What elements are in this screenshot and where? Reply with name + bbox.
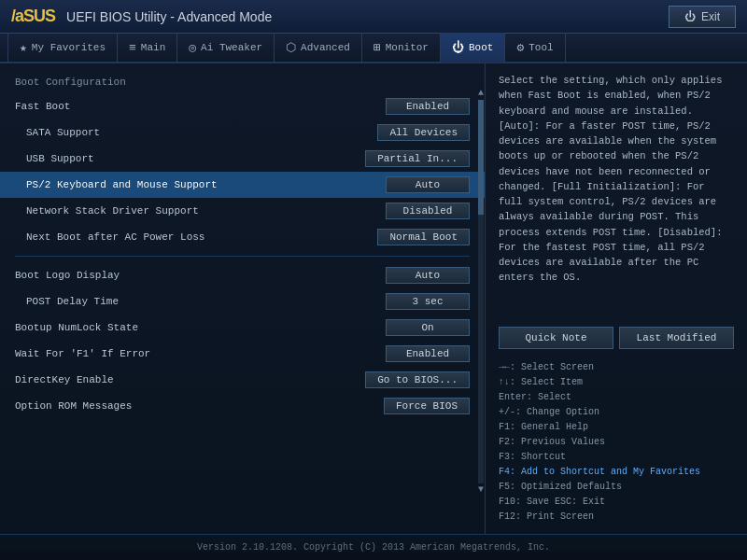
config-row-boot-logo[interactable]: Boot Logo DisplayAuto xyxy=(0,262,485,288)
row-label-fast-boot: Fast Boot xyxy=(15,101,386,112)
row-label-option-rom: Option ROM Messages xyxy=(15,400,384,412)
scroll-up-arrow[interactable]: ▲ xyxy=(478,89,484,98)
section-label: Boot Configuration xyxy=(0,73,485,93)
header: /aSUS UEFI BIOS Utility - Advanced Mode … xyxy=(0,0,747,34)
shortcut-text: F4: Add to Shortcut and My Favorites xyxy=(499,467,700,477)
nav-item-main[interactable]: ≡Main xyxy=(118,33,177,63)
config-row-option-rom[interactable]: Option ROM MessagesForce BIOS xyxy=(0,393,485,419)
row-btn-sata-support[interactable]: All Devices xyxy=(377,124,470,141)
row-btn-wait-f1[interactable]: Enabled xyxy=(386,345,470,362)
divider-5 xyxy=(15,256,470,257)
shortcut-text: F2: Previous Values xyxy=(499,435,734,450)
row-btn-network-stack[interactable]: Disabled xyxy=(386,203,470,219)
row-btn-usb-support[interactable]: Partial In... xyxy=(365,150,470,167)
nav-icon-advanced: ⬡ xyxy=(286,40,296,55)
description-box: Select the setting, which only applies w… xyxy=(499,73,734,315)
main-content: Boot Configuration Fast BootEnabledSATA … xyxy=(0,63,747,534)
row-btn-directkey[interactable]: Go to BIOS... xyxy=(365,371,470,388)
nav-item-my-favorites[interactable]: ★My Favorites xyxy=(7,33,118,63)
row-label-boot-logo: Boot Logo Display xyxy=(15,270,386,281)
nav-label-my-favorites: My Favorites xyxy=(32,42,106,53)
config-row-fast-boot[interactable]: Fast BootEnabled xyxy=(0,93,485,119)
config-row-wait-f1[interactable]: Wait For 'F1' If ErrorEnabled xyxy=(0,341,485,367)
footer: Version 2.10.1208. Copyright (C) 2013 Am… xyxy=(0,534,747,560)
exit-button[interactable]: ⏻ Exit xyxy=(669,6,736,28)
nav-label-monitor: Monitor xyxy=(386,42,429,53)
shortcut-text: F5: Optimized Defaults xyxy=(499,480,734,495)
row-label-directkey: DirectKey Enable xyxy=(15,374,365,385)
nav-icon-ai-tweaker: ◎ xyxy=(189,40,196,55)
config-row-post-delay[interactable]: POST Delay Time3 sec xyxy=(0,288,485,315)
row-label-numlock: Bootup NumLock State xyxy=(15,322,386,333)
nav-item-advanced[interactable]: ⬡Advanced xyxy=(275,33,362,63)
last-modified-button[interactable]: Last Modified xyxy=(619,327,734,349)
row-label-post-delay: POST Delay Time xyxy=(26,296,386,307)
row-btn-next-boot[interactable]: Normal Boot xyxy=(377,229,470,245)
row-label-network-stack: Network Stack Driver Support xyxy=(26,205,386,217)
row-label-sata-support: SATA Support xyxy=(26,127,377,138)
nav-label-tool: Tool xyxy=(529,42,553,53)
nav-icon-boot: ⏻ xyxy=(452,41,464,55)
row-btn-fast-boot[interactable]: Enabled xyxy=(386,98,470,115)
shortcut-text: Enter: Select xyxy=(499,390,734,405)
shortcut-text: F10: Save ESC: Exit xyxy=(499,495,734,510)
shortcut-text: F1: General Help xyxy=(499,420,734,435)
quick-note-button[interactable]: Quick Note xyxy=(499,327,613,349)
config-row-network-stack[interactable]: Network Stack Driver SupportDisabled xyxy=(0,198,485,224)
scroll-indicator[interactable]: ▲ ▼ xyxy=(477,89,485,495)
row-btn-option-rom[interactable]: Force BIOS xyxy=(384,398,470,414)
navbar: ★My Favorites≡Main◎Ai Tweaker⬡Advanced⊞M… xyxy=(0,34,747,63)
nav-label-main: Main xyxy=(141,42,165,53)
nav-item-monitor[interactable]: ⊞Monitor xyxy=(362,33,441,63)
nav-icon-tool: ⚙ xyxy=(516,40,524,55)
nav-label-advanced: Advanced xyxy=(301,42,350,53)
power-icon: ⏻ xyxy=(684,10,696,23)
scroll-track xyxy=(478,100,484,483)
row-btn-boot-logo[interactable]: Auto xyxy=(386,267,470,284)
row-btn-post-delay[interactable]: 3 sec xyxy=(386,293,470,310)
left-panel: Boot Configuration Fast BootEnabledSATA … xyxy=(0,63,486,534)
config-row-directkey[interactable]: DirectKey EnableGo to BIOS... xyxy=(0,367,485,393)
keyboard-shortcuts: →←: Select Screen↑↓: Select ItemEnter: S… xyxy=(499,360,734,525)
nav-icon-my-favorites: ★ xyxy=(20,40,27,55)
nav-icon-monitor: ⊞ xyxy=(374,40,381,55)
nav-item-tool[interactable]: ⚙Tool xyxy=(505,33,565,63)
scroll-thumb xyxy=(478,100,484,215)
scroll-down-arrow[interactable]: ▼ xyxy=(478,485,484,495)
nav-icon-main: ≡ xyxy=(129,41,136,55)
nav-label-ai-tweaker: Ai Tweaker xyxy=(201,42,262,53)
row-label-usb-support: USB Support xyxy=(26,153,365,164)
nav-item-ai-tweaker[interactable]: ◎Ai Tweaker xyxy=(177,33,275,63)
shortcut-text: +/-: Change Option xyxy=(499,405,734,420)
shortcut-text: F12: Print Screen xyxy=(499,510,734,525)
row-label-next-boot: Next Boot after AC Power Loss xyxy=(26,231,377,243)
footer-text: Version 2.10.1208. Copyright (C) 2013 Am… xyxy=(197,542,550,553)
config-row-next-boot[interactable]: Next Boot after AC Power LossNormal Boot xyxy=(0,224,485,250)
config-rows: Fast BootEnabledSATA SupportAll DevicesU… xyxy=(0,93,485,419)
action-buttons: Quick NoteLast Modified xyxy=(499,327,734,349)
config-row-numlock[interactable]: Bootup NumLock StateOn xyxy=(0,315,485,341)
header-title: UEFI BIOS Utility - Advanced Mode xyxy=(66,9,669,24)
shortcut-text: →←: Select Screen xyxy=(499,360,734,375)
row-btn-numlock[interactable]: On xyxy=(386,319,470,336)
row-label-wait-f1: Wait For 'F1' If Error xyxy=(15,348,386,359)
shortcut-text: F3: Shortcut xyxy=(499,450,734,465)
row-label-ps2-support: PS/2 Keyboard and Mouse Support xyxy=(26,179,386,190)
row-btn-ps2-support[interactable]: Auto xyxy=(386,176,470,193)
right-panel: Select the setting, which only applies w… xyxy=(486,63,747,534)
asus-logo: /aSUS xyxy=(11,7,55,26)
config-row-usb-support[interactable]: USB SupportPartial In... xyxy=(0,146,485,172)
shortcut-text: ↑↓: Select Item xyxy=(499,375,734,390)
config-row-sata-support[interactable]: SATA SupportAll Devices xyxy=(0,119,485,146)
config-row-ps2-support[interactable]: PS/2 Keyboard and Mouse SupportAuto xyxy=(0,172,485,198)
shortcut-item: F4: Add to Shortcut and My Favorites xyxy=(499,465,734,480)
nav-label-boot: Boot xyxy=(469,42,493,53)
nav-item-boot[interactable]: ⏻Boot xyxy=(441,33,505,63)
